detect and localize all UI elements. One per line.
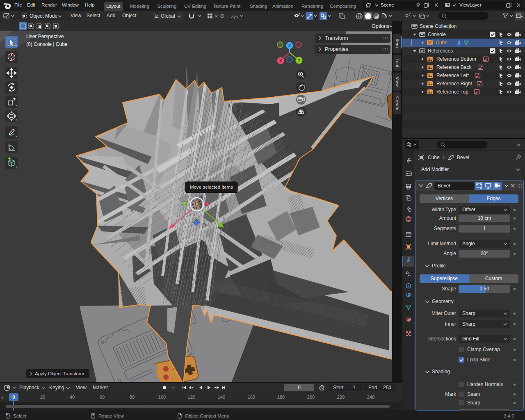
svg-text:Transform: Transform — [325, 35, 348, 41]
svg-text:User Perspective: User Perspective — [26, 34, 64, 39]
svg-text:View: View — [395, 77, 400, 87]
svg-text:Move selected items: Move selected items — [190, 185, 233, 189]
svg-text:Create: Create — [395, 96, 400, 111]
svg-text:X: X — [279, 59, 282, 63]
svg-text:Tool: Tool — [395, 58, 400, 67]
svg-text:Properties: Properties — [325, 46, 348, 52]
svg-text:Options: Options — [372, 23, 389, 29]
svg-text:Y: Y — [298, 58, 301, 63]
svg-text:Z: Z — [288, 43, 291, 48]
svg-text:Item: Item — [395, 39, 400, 48]
svg-text:Apply Object Transform: Apply Object Transform — [35, 371, 84, 376]
svg-text:(0) Console | Cube: (0) Console | Cube — [26, 41, 68, 47]
